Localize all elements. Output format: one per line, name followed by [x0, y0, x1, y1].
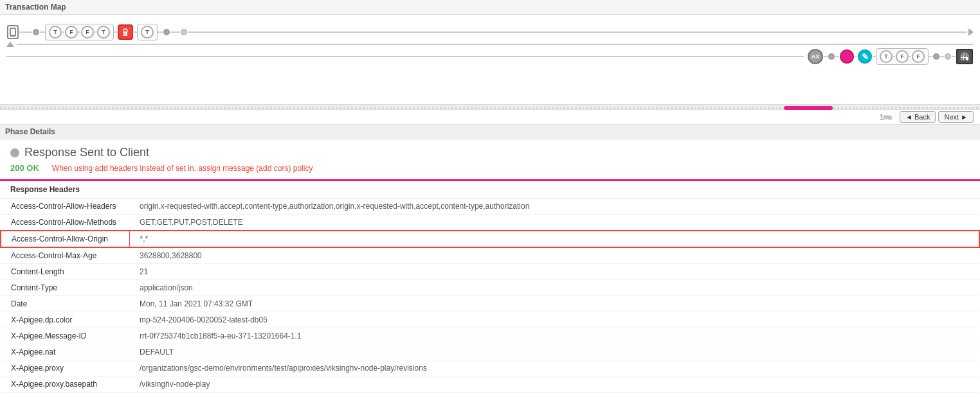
header-value: mp-524-200406-0020052-latest-db05 — [129, 312, 979, 328]
node-F2: F — [81, 26, 94, 39]
status-row: 200 OK When using add headers instead of… — [10, 163, 970, 173]
table-row: X-Apigee.natDEFAULT — [1, 344, 979, 360]
header-name: X-Apigee.dp.color — [1, 312, 129, 328]
connector — [158, 31, 163, 33]
building-node — [956, 49, 973, 64]
phone-node — [7, 25, 19, 39]
arrow-right — [968, 28, 974, 36]
teal-edit-node: ✎ — [858, 49, 872, 64]
svg-rect-9 — [966, 55, 968, 57]
table-row: X-Apigee.dp.colormp-524-200406-0020052-l… — [1, 312, 979, 328]
header-value: origin,x-requested-with,accept,content-t… — [129, 198, 979, 215]
header-value: application/json — [129, 280, 979, 296]
top-pipeline: T F F T T — [0, 20, 980, 40]
svg-marker-11 — [961, 52, 968, 54]
phase-dot — [10, 148, 19, 157]
node-T2: T — [97, 26, 110, 39]
node-F1: F — [65, 26, 78, 39]
header-name: X-Apigee.Message-ID — [1, 328, 129, 344]
warning-text: When using add headers instead of set in… — [52, 164, 313, 173]
svg-point-3 — [125, 33, 126, 34]
header-name: Date — [1, 296, 129, 312]
node-T3: T — [141, 26, 154, 39]
phase-title-text: Response Sent to Client — [24, 146, 149, 159]
header-name: X-Apigee.proxy — [1, 360, 129, 376]
return-arrow-row — [0, 42, 980, 47]
small-dot3 — [181, 29, 187, 35]
header-value: Mon, 11 Jan 2021 07:43:32 GMT — [129, 296, 979, 312]
header-name: Access-Control-Allow-Origin — [1, 231, 129, 247]
nav-controls: 1ms ◄ Back Next ► — [0, 110, 980, 124]
table-row: Content-Typeapplication/json — [1, 280, 979, 296]
table-row: Access-Control-Allow-MethodsGET,GET,PUT,… — [1, 215, 979, 231]
bottom-connector-left — [6, 56, 804, 57]
header-value: 21 — [129, 264, 979, 280]
connector — [40, 31, 45, 33]
header-title: Transaction Map — [5, 3, 66, 12]
phase-title: Response Sent to Client — [10, 146, 970, 159]
svg-rect-10 — [961, 54, 968, 55]
connector — [114, 31, 117, 33]
node-T: T — [49, 26, 62, 39]
node-Fb2: F — [912, 50, 925, 63]
header-name: X-Apigee.proxy.basepath — [1, 376, 129, 393]
node-Fb1: F — [896, 50, 909, 63]
svg-rect-6 — [964, 55, 966, 57]
header-value: GET,GET,PUT,POST,DELETE — [129, 215, 979, 231]
table-row: X-Apigee.target-latency120 — [1, 393, 979, 398]
header-value: /organizations/gsc-demo/environments/tes… — [129, 360, 979, 376]
small-dot2 — [163, 29, 170, 35]
top-policy-bracket: T F F T — [45, 24, 114, 40]
connector — [19, 31, 32, 33]
scrollbar-thumb[interactable] — [784, 106, 833, 110]
header-name: Content-Length — [1, 264, 129, 280]
lock-node — [118, 24, 133, 40]
header-value: *,* — [129, 231, 979, 247]
svg-rect-7 — [961, 58, 963, 60]
transaction-map-header: Transaction Map — [0, 0, 980, 15]
transaction-map-area: T F F T T — [0, 15, 980, 105]
pink-circle-node — [840, 49, 854, 64]
header-name: Access-Control-Max-Age — [1, 247, 129, 264]
response-headers-section: Response Headers Access-Control-Allow-He… — [0, 181, 980, 397]
header-value: 120 — [129, 393, 979, 398]
scrollbar-track — [0, 107, 980, 109]
table-row: X-Apigee.Message-IDrrt-0f725374b1cb188f5… — [1, 328, 979, 344]
header-value: DEFAULT — [129, 344, 979, 360]
small-dot-b2 — [933, 53, 939, 60]
header-name: Content-Type — [1, 280, 129, 296]
header-name: X-Apigee.nat — [1, 344, 129, 360]
next-button[interactable]: Next ► — [938, 111, 974, 123]
bottom-policy-bracket: T F F — [876, 48, 929, 65]
timing-label: 1ms — [880, 114, 892, 121]
response-headers-table: Access-Control-Allow-Headersorigin,x-req… — [0, 198, 980, 397]
header-name: Access-Control-Allow-Methods — [1, 215, 129, 231]
top-policy-bracket2: T — [137, 24, 158, 40]
node-Tb1: T — [880, 50, 893, 63]
ax-node: AX — [808, 49, 823, 64]
header-value: /viksinghv-node-play — [129, 376, 979, 393]
svg-rect-1 — [12, 35, 14, 35]
connector — [170, 31, 180, 33]
svg-rect-5 — [961, 55, 963, 57]
table-row: DateMon, 11 Jan 2021 07:43:32 GMT — [1, 296, 979, 312]
table-row: Access-Control-Max-Age3628800,3628800 — [1, 247, 979, 264]
bottom-pipeline: AX ✎ T F F — [0, 48, 980, 65]
status-code: 200 OK — [10, 163, 39, 173]
phase-content: Response Sent to Client 200 OK When usin… — [0, 139, 980, 181]
header-name: X-Apigee.target-latency — [1, 393, 129, 398]
back-button[interactable]: ◄ Back — [900, 111, 936, 123]
small-dot — [33, 29, 39, 35]
response-headers-title: Response Headers — [0, 181, 980, 198]
table-row: X-Apigee.proxy.basepath/viksinghv-node-p… — [1, 376, 979, 393]
phase-details-title: Phase Details — [5, 127, 55, 136]
long-connector — [188, 31, 967, 33]
return-arrow-up — [6, 42, 14, 47]
header-value: 3628800,3628800 — [129, 247, 979, 264]
small-dot-b3 — [945, 53, 951, 60]
table-row: X-Apigee.proxy/organizations/gsc-demo/en… — [1, 360, 979, 376]
return-line — [17, 44, 974, 45]
scrollbar-area[interactable] — [0, 105, 980, 110]
small-dot-b — [828, 53, 835, 60]
svg-rect-8 — [964, 58, 966, 60]
